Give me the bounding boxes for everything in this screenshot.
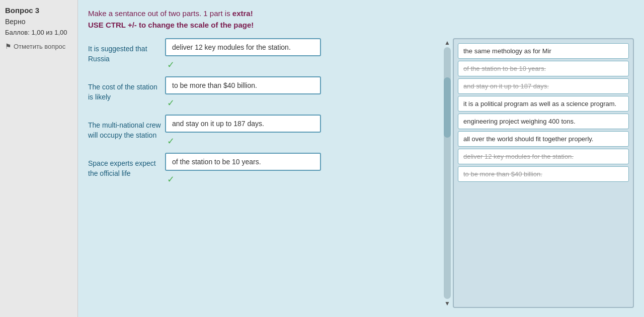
match-answer-col-1: deliver 12 key modules for the station. … [165, 38, 321, 70]
middle-scrollbar: ▲ ▼ [442, 38, 453, 308]
answer-bank: the same methology as for Mir of the sta… [453, 38, 634, 308]
match-answer-box-4[interactable]: of the station to be 10 years. [165, 153, 321, 171]
match-check-3: ✓ [167, 136, 321, 147]
bank-item-8[interactable]: to be more than $40 billion. [458, 166, 629, 182]
match-answer-col-2: to be more than $40 billion. ✓ [165, 76, 321, 109]
content-area: It is suggested that Russia deliver 12 k… [88, 38, 634, 308]
match-row: It is suggested that Russia deliver 12 k… [88, 38, 437, 70]
match-label-4: Space experts expect the official life [88, 159, 161, 178]
instruction-line2: USE CTRL +/- to change the scale of the … [88, 21, 634, 29]
match-label-1: It is suggested that Russia [88, 44, 161, 64]
bank-item-6[interactable]: all over the world should fit together p… [458, 131, 629, 147]
flag-label: Отметить вопрос [14, 43, 65, 50]
score-label: Баллов: 1,00 из 1,00 [5, 29, 72, 36]
bank-item-3[interactable]: and stay on it up to 187 days. [458, 78, 629, 94]
scroll-thumb[interactable] [444, 77, 451, 138]
match-row: The cost of the station is likely to be … [88, 76, 437, 109]
extra-label: extra! [232, 9, 253, 18]
flag-icon: ⚑ [5, 42, 12, 50]
left-panel: It is suggested that Russia deliver 12 k… [88, 38, 442, 308]
match-check-4: ✓ [167, 174, 321, 185]
correct-label: Верно [5, 18, 72, 26]
bank-item-7[interactable]: deliver 12 key modules for the station. [458, 149, 629, 164]
scroll-down-arrow[interactable]: ▼ [444, 299, 450, 308]
sidebar: Вопрос 3 Верно Баллов: 1,00 из 1,00 ⚑ От… [0, 0, 78, 317]
bank-item-5[interactable]: engineering project weighing 400 tons. [458, 114, 629, 129]
match-answer-box-1[interactable]: deliver 12 key modules for the station. [165, 38, 321, 56]
match-check-1: ✓ [167, 59, 321, 70]
instruction-line1: Make a sentance out of two parts. 1 part… [88, 9, 634, 18]
match-check-2: ✓ [167, 97, 321, 109]
match-answer-col-3: and stay on it up to 187 days. ✓ [165, 115, 321, 147]
scroll-track [444, 47, 451, 299]
bank-item-4[interactable]: it is a political program as well as a s… [458, 96, 629, 112]
main-content: Make a sentance out of two parts. 1 part… [78, 0, 644, 317]
match-label-3: The multi-national crew will occupy the … [88, 121, 161, 140]
match-label-2: The cost of the station is likely [88, 82, 161, 102]
match-row: The multi-national crew will occupy the … [88, 115, 437, 147]
match-answer-box-3[interactable]: and stay on it up to 187 days. [165, 115, 321, 133]
question-number: Вопрос 3 [5, 6, 72, 15]
match-answer-box-2[interactable]: to be more than $40 billion. [165, 76, 321, 94]
match-answer-col-4: of the station to be 10 years. ✓ [165, 153, 321, 185]
scroll-up-arrow[interactable]: ▲ [444, 38, 450, 47]
match-row: Space experts expect the official life o… [88, 153, 437, 185]
flag-button[interactable]: ⚑ Отметить вопрос [5, 42, 72, 50]
bank-item-1[interactable]: the same methology as for Mir [458, 43, 629, 59]
bank-item-2[interactable]: of the station to be 10 years. [458, 61, 629, 76]
